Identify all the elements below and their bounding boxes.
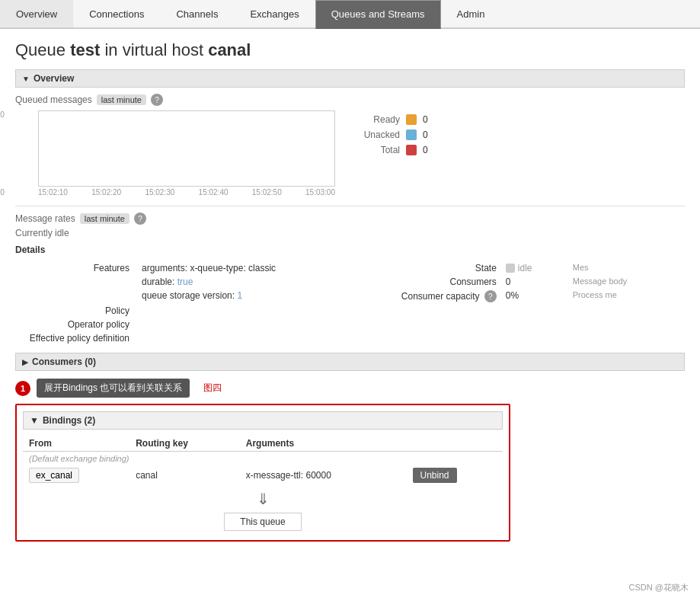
operator-policy-label: Operator policy	[15, 318, 137, 331]
chart-area: 1.0 0.0 15:02:10 15:02:20 15:02:30 15:02…	[15, 110, 685, 197]
stat-unacked-dot	[406, 129, 417, 140]
page-content: Queue test in virtual host canal ▼ Overv…	[0, 29, 700, 564]
consumers-value: 0	[501, 275, 565, 289]
binding-row-0: ex_canal canal x-message-ttl: 60000 Unbi…	[23, 465, 503, 485]
storage-link[interactable]: 1	[237, 290, 242, 301]
col-from: From	[23, 436, 129, 452]
page-title: Queue test in virtual host canal	[15, 40, 685, 60]
rates-help-icon[interactable]: ?	[134, 213, 146, 225]
chart-svg	[39, 111, 336, 187]
stat-unacked-label: Unacked	[350, 129, 400, 140]
message-body-label: Message body	[565, 275, 685, 289]
rates-time-badge[interactable]: last minute	[80, 213, 129, 224]
title-queue-name: test	[70, 40, 100, 59]
chart-y-bottom: 0.0	[0, 188, 5, 197]
consumers-label: Consumers (0)	[32, 356, 96, 367]
details-row-policy: Policy	[15, 304, 685, 318]
overview-label: Overview	[34, 73, 74, 84]
nav-admin[interactable]: Admin	[441, 0, 501, 27]
details-table: Features arguments: x-queue-type: classi…	[15, 261, 685, 345]
process-me-label: Process me	[565, 289, 685, 304]
details-row-features: Features arguments: x-queue-type: classi…	[15, 261, 685, 275]
stat-unacked-value: 0	[423, 129, 428, 140]
capacity-help-icon[interactable]: ?	[484, 290, 497, 302]
bindings-header-row: From Routing key Arguments	[23, 436, 503, 452]
this-queue-label: This queue	[224, 513, 301, 531]
capacity-label-cell: Consumer capacity ?	[395, 289, 501, 304]
default-exchange-row: (Default exchange binding)	[23, 452, 503, 466]
bindings-table: From Routing key Arguments (Default exch…	[23, 436, 503, 485]
help-icon[interactable]: ?	[151, 94, 163, 106]
chart-y-top: 1.0	[0, 110, 5, 119]
bindings-header[interactable]: ▼ Bindings (2)	[23, 411, 503, 430]
nav-queues-streams[interactable]: Queues and Streams	[315, 0, 441, 29]
nav-bar: Overview Connections Channels Exchanges …	[0, 0, 700, 29]
triangle-icon: ▼	[22, 75, 30, 83]
nav-channels[interactable]: Channels	[160, 0, 234, 27]
title-prefix: Queue	[15, 40, 70, 59]
details-row-operator-policy: Operator policy	[15, 318, 685, 331]
message-stats: Ready 0 Unacked 0 Total 0	[350, 114, 428, 155]
consumers-label: Consumers	[395, 275, 501, 289]
details-row-storage: queue storage version: 1 Consumer capaci…	[15, 289, 685, 304]
nav-exchanges[interactable]: Exchanges	[234, 0, 315, 27]
nav-overview[interactable]: Overview	[0, 0, 73, 27]
col-arguments: Arguments	[240, 436, 407, 452]
features-value: arguments: x-queue-type: classic	[137, 261, 395, 275]
bindings-triangle-icon: ▼	[30, 415, 39, 426]
chart-box	[38, 110, 335, 187]
exchange-from-button[interactable]: ex_canal	[29, 468, 79, 483]
queued-messages-text: Queued messages	[15, 94, 92, 105]
message-rates-label: Message rates last minute ?	[15, 213, 685, 225]
stat-ready-value: 0	[423, 114, 428, 125]
x-label-2: 15:02:30	[145, 188, 174, 197]
consumers-triangle-icon: ▶	[22, 358, 28, 366]
stat-total-value: 0	[423, 145, 428, 155]
currently-idle-text: Currently idle	[15, 228, 685, 238]
effective-policy-label: Effective policy definition	[15, 331, 137, 345]
storage-value: queue storage version: 1	[137, 289, 395, 304]
x-label-0: 15:02:10	[38, 188, 68, 197]
binding-args-0: x-message-ttl: 60000	[240, 465, 407, 485]
stat-unacked: Unacked 0	[350, 129, 428, 140]
stat-total-dot	[406, 145, 417, 155]
mes-label: Mes	[565, 261, 685, 275]
durable-value: durable: true	[137, 275, 395, 289]
state-text: idle	[518, 263, 532, 273]
annotation-overlay: 1 展开Bindings 也可以看到关联关系 图四	[15, 379, 685, 398]
x-label-1: 15:02:20	[91, 188, 121, 197]
x-label-4: 15:02:50	[252, 188, 282, 197]
capacity-value: 0%	[501, 289, 565, 304]
bindings-label: Bindings (2)	[43, 415, 95, 426]
x-label-3: 15:02:40	[199, 188, 229, 197]
divider-1	[15, 206, 685, 206]
stat-ready: Ready 0	[350, 114, 428, 125]
arrow-down-icon: ⇓	[23, 490, 503, 508]
details-row-durable: durable: true Consumers 0 Message body	[15, 275, 685, 289]
features-label: Features	[15, 261, 137, 275]
title-vhost: canal	[208, 40, 251, 59]
title-middle: in virtual host	[100, 40, 208, 59]
details-label: Details	[15, 245, 685, 255]
stat-total: Total 0	[350, 145, 428, 155]
queued-messages-label: Queued messages last minute ?	[15, 94, 685, 106]
time-badge[interactable]: last minute	[97, 94, 146, 105]
binding-routing-0: canal	[129, 465, 240, 485]
overview-section-header[interactable]: ▼ Overview	[15, 69, 685, 88]
consumers-section-header[interactable]: ▶ Consumers (0)	[15, 353, 685, 371]
state-label: State	[395, 261, 501, 275]
col-routing: Routing key	[129, 436, 240, 452]
bindings-section: ▼ Bindings (2) From Routing key Argument…	[15, 404, 510, 542]
chart-x-labels: 15:02:10 15:02:20 15:02:30 15:02:40 15:0…	[38, 188, 335, 197]
stat-ready-dot	[406, 114, 417, 125]
unbind-button[interactable]: Unbind	[413, 468, 457, 483]
binding-action-0: Unbind	[407, 465, 503, 485]
stat-ready-label: Ready	[350, 114, 400, 125]
durable-link[interactable]: true	[177, 277, 193, 287]
state-dot	[506, 264, 515, 273]
details-row-effective-policy: Effective policy definition	[15, 331, 685, 345]
annotation-badge: 1	[15, 381, 30, 396]
nav-connections[interactable]: Connections	[73, 0, 160, 27]
annotation-note: 图四	[203, 382, 222, 395]
binding-from-0: ex_canal	[23, 465, 129, 485]
